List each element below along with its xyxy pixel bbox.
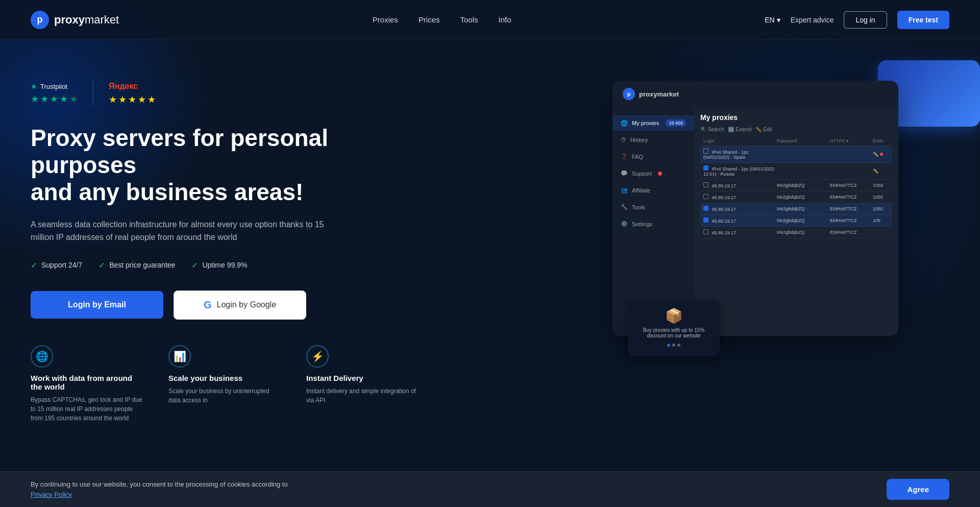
affiliate-icon: 👥 — [621, 187, 628, 194]
yandex-review: Яндекс ★ ★ ★ ★ ★ — [109, 82, 156, 105]
row-checkbox[interactable] — [703, 229, 708, 234]
trustpilot-brand: ★ Trustpilot — [31, 82, 78, 90]
benefit-delivery: ⚡ Instant Delivery Instant delivery and … — [306, 345, 419, 423]
dashboard-header: p proxymarket — [612, 81, 898, 107]
review-divider — [93, 81, 93, 106]
benefit-2-title: Scale your business — [168, 374, 281, 382]
benefit-2-desc: Scale your business by uninterrupted dat… — [168, 387, 281, 405]
ystar-5: ★ — [148, 94, 156, 105]
table-row: 45.89.19.17 Mv2gbdqbZQ EMHrel7TCZ — [700, 227, 892, 238]
table-row: IPv4 Shared - 1pc (04/01/2022 12:01) - R… — [700, 163, 892, 180]
benefit-1-title: Work with data from around the world — [31, 374, 143, 391]
table-row: 45.89.19.17 Mv2gbdqbZQ EMHrel7TCZ 105 — [700, 215, 892, 227]
hero-title: Proxy servers for personal purposes and … — [31, 125, 398, 206]
hero-left: ★ Trustpilot ★ ★ ★ ★ ★ Яндекс ★ ★ — [31, 70, 536, 423]
benefit-1-desc: Bypass CAPTCHAs, geo lock and IP due to … — [31, 395, 143, 423]
expert-advice-link[interactable]: Expert advice — [791, 16, 834, 24]
login-button[interactable]: Log in — [844, 11, 887, 29]
status-dot — [880, 153, 883, 156]
dash-nav-history[interactable]: ⏱ History — [612, 133, 694, 147]
trustpilot-icon: ★ — [31, 82, 37, 90]
globe-small-icon: 🌐 — [621, 120, 628, 127]
hero-subtitle: A seamless data collection infrastructur… — [31, 218, 327, 244]
privacy-policy-link[interactable]: Privacy Policy — [31, 491, 72, 498]
dot-2[interactable] — [672, 344, 675, 347]
dash-nav-proxies[interactable]: 🌐 My proxies 19 456 — [612, 115, 694, 131]
search-toolbar-btn[interactable]: 🔍 Search — [700, 127, 724, 132]
nav-info[interactable]: Info — [499, 15, 511, 24]
row-checkbox[interactable] — [703, 218, 708, 223]
extend-toolbar-btn[interactable]: 🔄 Extend — [728, 127, 751, 132]
features-row: ✓ Support 24/7 ✓ Best price guarantee ✓ … — [31, 260, 536, 270]
dashboard-content-title: My proxies — [700, 113, 892, 122]
chevron-down-icon: ▾ — [777, 16, 780, 24]
dot-3[interactable] — [677, 344, 680, 347]
cookie-text: By continuing to use our website, you co… — [31, 479, 288, 499]
dash-nav-support[interactable]: 💬 Support — [612, 166, 694, 181]
support-icon: 💬 — [621, 170, 628, 177]
star-2: ★ — [40, 93, 48, 105]
benefit-3-title: Instant Delivery — [306, 374, 419, 382]
yandex-brand: Яндекс — [109, 82, 156, 91]
table-row: IPv4 Shared - 1pc (04/01/2022) - Spain ✏… — [700, 146, 892, 163]
faq-icon: ❓ — [621, 153, 628, 160]
table-row: 45.89.19.17 Mv2gbdqbZQ EMHrel7TCZ 1050 — [700, 180, 892, 191]
cookie-agree-button[interactable]: Agree — [887, 479, 949, 500]
dash-nav-affiliate[interactable]: 👥 Affiliate — [612, 183, 694, 198]
promo-card: 📦 Buy proxies with up to 15% discount on… — [628, 300, 720, 356]
free-test-button[interactable]: Free test — [897, 11, 949, 29]
settings-icon: ⚙️ — [621, 221, 628, 227]
trustpilot-stars: ★ ★ ★ ★ ★ — [31, 93, 78, 105]
row-checkbox[interactable] — [703, 182, 708, 187]
col-ends: Ends — [873, 138, 898, 143]
row-checkbox[interactable] — [703, 206, 708, 211]
feature-price: ✓ Best price guarantee — [99, 260, 175, 270]
ystar-4: ★ — [138, 94, 146, 105]
globe-icon: 🌐 — [31, 345, 53, 368]
nav-prices[interactable]: Prices — [419, 15, 440, 24]
yandex-stars: ★ ★ ★ ★ ★ — [109, 94, 156, 105]
ystar-2: ★ — [118, 94, 127, 105]
promo-text: Buy proxies with up to 15% discount on o… — [635, 327, 713, 339]
cookie-bar: By continuing to use our website, you co… — [0, 471, 980, 507]
tools-icon: 🔧 — [621, 204, 628, 210]
dashboard-main-card: p proxymarket 🌐 My proxies 19 456 — [612, 81, 898, 336]
chart-icon: 📊 — [168, 345, 191, 368]
row-checkbox[interactable] — [703, 194, 708, 199]
edit-toolbar-btn[interactable]: ✏️ Edit — [755, 127, 772, 132]
table-row: 45.89.19.17 Mv2gbdqbZQ EMHrel7TCZ 1050 — [700, 203, 892, 215]
dash-nav-tools[interactable]: 🔧 Tools — [612, 200, 694, 214]
trustpilot-review: ★ Trustpilot ★ ★ ★ ★ ★ — [31, 82, 78, 105]
feature-uptime: ✓ Uptime 99.9% — [191, 260, 247, 270]
benefit-scale: 📊 Scale your business Scale your busines… — [168, 345, 281, 423]
dash-nav-settings[interactable]: ⚙️ Settings — [612, 216, 694, 231]
nav-links: Proxies Prices Tools Info — [373, 15, 511, 25]
dash-nav-faq[interactable]: ❓ FAQ — [612, 149, 694, 164]
check-icon-1: ✓ — [31, 260, 37, 270]
cube-icon: 📦 — [635, 307, 713, 324]
carousel-dots — [635, 344, 713, 347]
login-google-button[interactable]: G Login by Google — [174, 291, 306, 320]
check-icon-2: ✓ — [99, 260, 105, 270]
nav-right: EN ▾ Expert advice Log in Free test — [765, 11, 949, 29]
benefits-row: 🌐 Work with data from around the world B… — [31, 345, 536, 423]
nav-tools[interactable]: Tools — [460, 15, 478, 24]
language-selector[interactable]: EN ▾ — [765, 16, 780, 24]
logo[interactable]: p proxymarket — [31, 11, 119, 29]
dash-logo-icon: p — [623, 88, 635, 100]
row-checkbox[interactable] — [703, 149, 708, 154]
reviews-row: ★ Trustpilot ★ ★ ★ ★ ★ Яндекс ★ ★ — [31, 81, 536, 106]
dot-1[interactable] — [667, 344, 670, 347]
login-email-button[interactable]: Login by Email — [31, 291, 163, 319]
hero-right: p proxymarket 🌐 My proxies 19 456 — [536, 70, 949, 423]
mockup-outer: p proxymarket 🌐 My proxies 19 456 — [612, 60, 980, 356]
benefit-world: 🌐 Work with data from around the world B… — [31, 345, 143, 423]
proxies-badge: 19 456 — [666, 119, 686, 127]
ystar-3: ★ — [128, 94, 136, 105]
benefit-3-desc: Instant delivery and simple integration … — [306, 387, 419, 405]
nav-proxies[interactable]: Proxies — [373, 15, 398, 24]
check-icon-3: ✓ — [191, 260, 198, 270]
google-icon: G — [204, 299, 212, 311]
row-checkbox[interactable] — [703, 165, 708, 171]
dash-nav-proxies-label: My proxies — [632, 120, 659, 126]
